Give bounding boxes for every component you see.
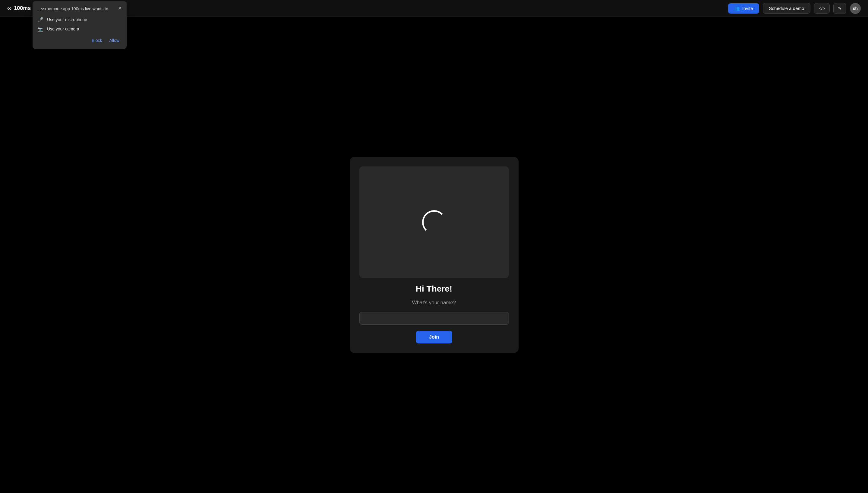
edit-button[interactable]: ✎ [833, 3, 846, 14]
name-input[interactable] [360, 312, 509, 325]
invite-button[interactable]: 👥 Invite [728, 3, 759, 14]
greeting-heading: Hi There! [416, 284, 452, 294]
code-icon: </> [819, 6, 825, 11]
camera-label: Use your camera [47, 26, 79, 31]
microphone-permission-item: 🎤 Use your microphone [37, 17, 122, 23]
block-label: Block [92, 38, 102, 43]
allow-button[interactable]: Allow [107, 37, 122, 44]
avatar[interactable]: sh [850, 3, 861, 14]
popup-title: ...ssroomone.app.100ms.live wants to [37, 6, 118, 12]
navbar-right: 👥 Invite Schedule a demo </> ✎ sh [728, 3, 861, 14]
join-card: Hi There! What's your name? Join [350, 157, 519, 353]
microphone-icon: 🎤 [37, 17, 43, 23]
microphone-label: Use your microphone [47, 17, 87, 22]
100ms-logo-icon: ∞ [7, 5, 12, 12]
join-label: Join [429, 335, 439, 340]
loading-spinner [422, 210, 446, 234]
navbar: ∞ 100ms ✳ Compan 👥 Invite Schedule a dem… [0, 0, 868, 17]
camera-icon: 📷 [37, 26, 43, 32]
camera-permission-item: 📷 Use your camera [37, 26, 122, 32]
invite-label: Invite [742, 6, 753, 11]
code-button[interactable]: </> [814, 3, 830, 14]
avatar-text: sh [853, 6, 858, 11]
allow-label: Allow [109, 38, 120, 43]
logo-text: 100ms [14, 5, 31, 12]
main-content: Hi There! What's your name? Join [0, 0, 868, 493]
name-subtitle: What's your name? [412, 300, 456, 306]
schedule-demo-button[interactable]: Schedule a demo [763, 3, 811, 14]
edit-icon: ✎ [838, 6, 842, 11]
close-icon: ✕ [118, 6, 122, 11]
invite-icon: 👥 [734, 6, 740, 11]
block-button[interactable]: Block [89, 37, 104, 44]
schedule-label: Schedule a demo [769, 6, 804, 11]
video-preview [360, 167, 509, 278]
logo-area: ∞ 100ms [7, 5, 31, 12]
popup-header: ...ssroomone.app.100ms.live wants to ✕ [37, 6, 122, 12]
popup-close-button[interactable]: ✕ [118, 6, 122, 11]
join-button[interactable]: Join [416, 331, 452, 343]
permission-popup: ...ssroomone.app.100ms.live wants to ✕ 🎤… [32, 1, 127, 49]
popup-actions: Block Allow [37, 37, 122, 44]
